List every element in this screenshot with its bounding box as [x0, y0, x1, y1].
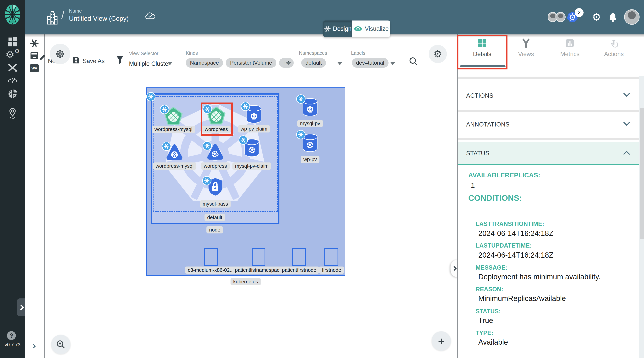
sidebar-item-lifecycle[interactable]: ⚙⚙: [0, 49, 25, 60]
labels-label: Labels: [351, 50, 365, 56]
node-label[interactable]: patientfirstnode: [279, 267, 319, 274]
status-value-availablereplicas: 1: [471, 182, 475, 190]
kind-chip[interactable]: PersistentVolume: [226, 58, 276, 68]
section-divider: [458, 138, 639, 140]
pv-label[interactable]: wp-pv: [301, 156, 320, 163]
sidebar-item-dashboard[interactable]: [0, 37, 25, 46]
pvc-label[interactable]: wp-pv-claim: [238, 125, 270, 132]
chevron-down-icon[interactable]: [623, 93, 630, 97]
canvas-settings-gear-button[interactable]: ⚙: [429, 45, 447, 63]
tab-views-label: Views: [506, 51, 546, 58]
zoom-in-button[interactable]: [51, 335, 70, 354]
secret-mysql-pass-icon[interactable]: [207, 177, 224, 196]
namespace-label[interactable]: default: [204, 214, 225, 221]
secret-label[interactable]: mysql-pass: [200, 200, 230, 208]
canvas-left-divider: [44, 35, 45, 358]
kinds-caret-icon[interactable]: [286, 62, 291, 65]
pvc-wp-pv-claim-icon[interactable]: [245, 104, 263, 125]
namespaces-caret-icon[interactable]: [338, 62, 342, 65]
sidebar-item-get-started[interactable]: [0, 108, 25, 119]
wasm-filter-icon[interactable]: WA: [30, 64, 38, 72]
view-selector-caret-icon[interactable]: [168, 62, 172, 65]
collaborator-avatar[interactable]: [556, 12, 566, 22]
tab-views[interactable]: Views: [506, 38, 546, 58]
label-chip[interactable]: dev=tutorial: [352, 58, 388, 68]
pod-wordpress-mysql-icon[interactable]: [165, 143, 184, 161]
pvc-label[interactable]: mysql-pv-claim: [232, 162, 271, 170]
view-selector-label: View Selector: [129, 51, 158, 56]
tab-visualize[interactable]: Visualize: [352, 21, 390, 37]
sidebar-item-extensions[interactable]: [0, 89, 25, 99]
status-key-status: STATUS:: [476, 308, 501, 315]
tab-actions[interactable]: Actions: [594, 38, 634, 58]
edit-pencil-icon[interactable]: [38, 54, 46, 62]
node-patientfirstnode-icon[interactable]: [292, 248, 306, 266]
pv-label[interactable]: mysql-pv: [298, 120, 323, 127]
node-patientlistnamespace-icon[interactable]: [252, 248, 265, 266]
user-avatar[interactable]: [624, 9, 640, 25]
tab-visualize-label: Visualize: [365, 25, 389, 32]
notifications-bell-icon[interactable]: [609, 12, 617, 22]
status-value-type: Available: [478, 338, 508, 346]
sidebar-item-configuration[interactable]: [0, 63, 25, 72]
sidebar-item-performance[interactable]: [0, 76, 25, 83]
pvc-mysql-pv-claim-icon[interactable]: [243, 138, 261, 158]
deployment-wordpress-mysql-icon[interactable]: [164, 107, 183, 126]
namespaces-label: Namespaces: [299, 50, 327, 56]
status-key-message: MESSAGE:: [476, 264, 508, 271]
tab-design-label: Design: [333, 25, 352, 32]
chevron-down-icon[interactable]: [623, 122, 630, 126]
organization-icon[interactable]: [47, 11, 58, 25]
view-name-input[interactable]: Untitled View (Copy): [69, 15, 128, 22]
save-as-button[interactable]: Save As: [83, 58, 105, 65]
node-firstnode-icon[interactable]: [324, 248, 338, 266]
status-value-message: Deployment has minimum availability.: [478, 273, 600, 281]
status-key-reason: REASON:: [476, 286, 503, 293]
designs-drawer-icon[interactable]: [30, 52, 38, 60]
meshery-swirl-tool-icon[interactable]: [30, 39, 38, 48]
status-key-type: TYPE:: [476, 329, 493, 336]
pod-label[interactable]: wordpress: [201, 162, 230, 170]
tab-metrics[interactable]: Metrics: [550, 38, 590, 58]
add-node-button[interactable]: +: [432, 331, 451, 351]
accordion-status-label: STATUS: [466, 150, 490, 157]
dock-flower-button[interactable]: [50, 44, 70, 64]
namespace-chip[interactable]: default: [301, 58, 326, 68]
node-label[interactable]: patientlistnamespace: [232, 267, 285, 274]
view-selector-value[interactable]: Multiple Cluster: [129, 60, 170, 67]
node-label[interactable]: firstnode: [319, 267, 344, 274]
deployment-label[interactable]: wordpress-mysql: [152, 126, 195, 133]
labels-underline: [351, 70, 399, 70]
meshery-logo[interactable]: [4, 4, 21, 25]
node-label[interactable]: node: [206, 226, 223, 233]
kind-chip[interactable]: Namespace: [186, 58, 223, 68]
panel-scrollbar-thumb[interactable]: [640, 108, 644, 239]
pod-label[interactable]: wordpress-mysql: [153, 162, 196, 170]
settings-gear-icon[interactable]: ⚙: [592, 11, 601, 23]
cloud-saved-icon: [145, 12, 156, 20]
section-divider: [458, 110, 639, 112]
expand-bottom-chevron-icon[interactable]: [32, 345, 35, 348]
chevron-up-icon[interactable]: [623, 150, 630, 155]
panel-collapse-tab[interactable]: [450, 260, 458, 277]
search-icon[interactable]: [408, 57, 418, 66]
node-c3-icon[interactable]: [204, 248, 218, 266]
tab-design[interactable]: Design: [323, 21, 352, 37]
namespaces-underline: [299, 70, 345, 70]
sidebar-expand-handle[interactable]: [17, 298, 25, 316]
status-value-lastupdatetime: 2024-06-14T16:24:18Z: [478, 251, 554, 259]
filter-funnel-icon[interactable]: [116, 55, 124, 65]
accordion-actions[interactable]: ACTIONS: [466, 92, 494, 99]
annotation-box-details-tab: [457, 35, 508, 69]
namespaces-chips: default: [301, 58, 326, 68]
help-button[interactable]: ?: [7, 331, 16, 340]
status-active-underline: [458, 164, 639, 165]
labels-caret-icon[interactable]: [390, 62, 395, 65]
pv-mysql-pv-icon[interactable]: [301, 97, 319, 118]
node-label[interactable]: c3-medium-x86-02...: [185, 267, 236, 274]
pv-wp-pv-icon[interactable]: [301, 133, 319, 153]
pod-wordpress-icon[interactable]: [206, 143, 224, 161]
accordion-annotations[interactable]: ANNOTATIONS: [466, 121, 510, 128]
cluster-label[interactable]: kubernetes: [230, 278, 261, 285]
actions-pointer-icon: [594, 38, 634, 48]
